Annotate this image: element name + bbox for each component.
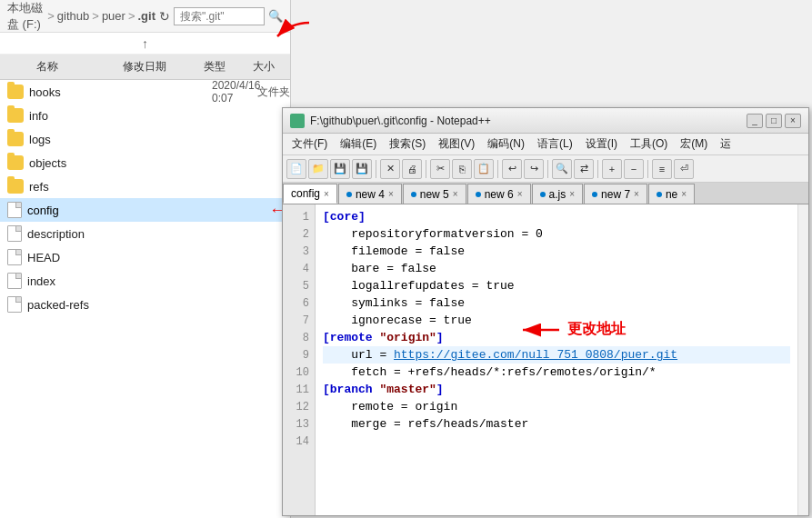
file-icon bbox=[7, 225, 22, 242]
menu-settings[interactable]: 设置(I) bbox=[580, 134, 623, 154]
toolbar-cut[interactable]: ✂ bbox=[430, 159, 450, 179]
separator bbox=[597, 160, 598, 178]
close-button[interactable]: × bbox=[785, 114, 801, 128]
menu-file[interactable]: 文件(F) bbox=[286, 134, 333, 154]
toolbar-indent[interactable]: ≡ bbox=[652, 159, 672, 179]
menu-tools[interactable]: 工具(O) bbox=[625, 134, 673, 154]
tab-new5[interactable]: new 5 × bbox=[403, 184, 466, 204]
toolbar-new[interactable]: 📄 bbox=[286, 159, 306, 179]
address-bar: 本地磁盘 (F:) > github > puer > .git ↻ 🔍 bbox=[0, 0, 290, 33]
toolbar-zoomin[interactable]: + bbox=[602, 159, 622, 179]
menu-more[interactable]: 运 bbox=[715, 134, 737, 154]
tab-ne[interactable]: ne × bbox=[648, 184, 695, 204]
file-date: 2020/4/16 0:07 bbox=[212, 80, 257, 105]
code-line-4: bare = false bbox=[323, 260, 790, 277]
minimize-button[interactable]: _ bbox=[747, 114, 763, 128]
menu-view[interactable]: 视图(V) bbox=[433, 134, 480, 154]
list-item[interactable]: hooks 2020/4/16 0:07 文件夹 bbox=[0, 80, 290, 104]
notepad-titlebar: F:\github\puer\.git\config - Notepad++ _… bbox=[283, 108, 808, 134]
tab-close-icon[interactable]: × bbox=[681, 189, 687, 199]
folder-icon bbox=[7, 108, 24, 123]
tab-close-icon[interactable]: × bbox=[453, 189, 458, 199]
path-part-0[interactable]: 本地磁盘 (F:) bbox=[7, 0, 45, 33]
scrollbar[interactable] bbox=[797, 204, 808, 515]
menu-macro[interactable]: 宏(M) bbox=[675, 134, 713, 154]
list-item[interactable]: info bbox=[0, 104, 290, 127]
code-editor[interactable]: 1 2 3 4 5 6 7 8 9 10 11 12 13 14 [core] … bbox=[283, 204, 808, 515]
list-item[interactable]: packed-refs bbox=[0, 293, 290, 316]
toolbar-undo[interactable]: ↩ bbox=[502, 159, 522, 179]
col-date-header[interactable]: 修改日期 bbox=[123, 59, 203, 75]
col-name-header[interactable]: 名称 bbox=[0, 59, 123, 75]
toolbar-save[interactable]: 💾 bbox=[330, 159, 350, 179]
toolbar-copy[interactable]: ⎘ bbox=[452, 159, 472, 179]
line-num: 2 bbox=[283, 225, 315, 243]
list-item[interactable]: refs bbox=[0, 174, 290, 198]
toolbar-open[interactable]: 📁 bbox=[308, 159, 328, 179]
up-arrow-area[interactable]: ↑ bbox=[0, 33, 290, 55]
folder-icon bbox=[7, 155, 24, 170]
path-part-3[interactable]: .git bbox=[138, 9, 156, 23]
window-controls: _ □ × bbox=[747, 114, 801, 128]
menu-edit[interactable]: 编辑(E) bbox=[335, 134, 382, 154]
path-part-1[interactable]: github bbox=[57, 9, 89, 23]
tab-close-icon[interactable]: × bbox=[569, 189, 575, 199]
file-name: config bbox=[27, 204, 290, 217]
file-name: index bbox=[27, 274, 290, 288]
list-item[interactable]: logs bbox=[0, 127, 290, 151]
tab-close-icon[interactable]: × bbox=[324, 189, 329, 199]
col-type-header[interactable]: 类型 bbox=[204, 59, 253, 75]
tab-close-icon[interactable]: × bbox=[388, 189, 394, 199]
toolbar-print[interactable]: 🖨 bbox=[402, 159, 422, 179]
list-item-config[interactable]: config ← bbox=[0, 198, 290, 222]
up-arrow-icon[interactable]: ↑ bbox=[142, 36, 148, 51]
menu-encode[interactable]: 编码(N) bbox=[482, 134, 530, 154]
toolbar-paste[interactable]: 📋 bbox=[474, 159, 494, 179]
separator bbox=[547, 160, 548, 178]
code-line-14 bbox=[323, 433, 790, 450]
tab-new4[interactable]: new 4 × bbox=[338, 184, 402, 204]
toolbar-redo[interactable]: ↪ bbox=[524, 159, 544, 179]
toolbar-saveall[interactable]: 💾 bbox=[352, 159, 372, 179]
tab-ajs[interactable]: a.js × bbox=[532, 184, 584, 204]
line-num: 14 bbox=[283, 433, 315, 450]
refresh-icon[interactable]: ↻ bbox=[159, 9, 170, 24]
list-item[interactable]: index bbox=[0, 269, 290, 293]
list-item[interactable]: description bbox=[0, 222, 290, 245]
menu-search[interactable]: 搜索(S) bbox=[384, 134, 431, 154]
file-type: 文件夹 bbox=[257, 85, 290, 100]
list-item[interactable]: HEAD bbox=[0, 245, 290, 269]
tab-new7[interactable]: new 7 × bbox=[584, 184, 647, 204]
tab-close-icon[interactable]: × bbox=[517, 189, 523, 199]
notepad-menubar: 文件(F) 编辑(E) 搜索(S) 视图(V) 编码(N) 语言(L) 设置(I… bbox=[283, 134, 808, 155]
file-name: objects bbox=[29, 156, 290, 170]
search-icon[interactable]: 🔍 bbox=[268, 9, 283, 23]
code-content[interactable]: [core] repositoryformatversion = 0 filem… bbox=[316, 204, 797, 515]
search-input[interactable] bbox=[174, 7, 265, 25]
toolbar-find[interactable]: 🔍 bbox=[552, 159, 572, 179]
tab-new6[interactable]: new 6 × bbox=[467, 184, 531, 204]
toolbar-close[interactable]: ✕ bbox=[380, 159, 400, 179]
line-num: 11 bbox=[283, 381, 315, 398]
separator bbox=[376, 160, 376, 178]
file-name: description bbox=[27, 227, 290, 241]
maximize-button[interactable]: □ bbox=[766, 114, 782, 128]
path-part-2[interactable]: puer bbox=[102, 9, 125, 23]
toolbar-replace[interactable]: ⇄ bbox=[574, 159, 594, 179]
file-list: hooks 2020/4/16 0:07 文件夹 info logs objec… bbox=[0, 80, 290, 316]
tab-close-icon[interactable]: × bbox=[634, 189, 639, 199]
list-item[interactable]: objects bbox=[0, 151, 290, 174]
toolbar-zoomout[interactable]: − bbox=[624, 159, 644, 179]
menu-lang[interactable]: 语言(L) bbox=[532, 134, 578, 154]
tab-label: new 6 bbox=[485, 188, 514, 201]
tab-config[interactable]: config × bbox=[283, 184, 337, 204]
col-size-header[interactable]: 大小 bbox=[253, 59, 290, 75]
code-line-11: [branch "master"] bbox=[323, 381, 790, 398]
column-headers: 名称 修改日期 类型 大小 bbox=[0, 55, 290, 80]
code-line-1: [core] bbox=[323, 208, 790, 225]
modified-indicator bbox=[657, 192, 662, 197]
file-name: refs bbox=[29, 180, 290, 194]
file-name: HEAD bbox=[27, 251, 290, 264]
toolbar-wrap[interactable]: ⏎ bbox=[674, 159, 694, 179]
code-line-6: symlinks = false bbox=[323, 294, 790, 312]
